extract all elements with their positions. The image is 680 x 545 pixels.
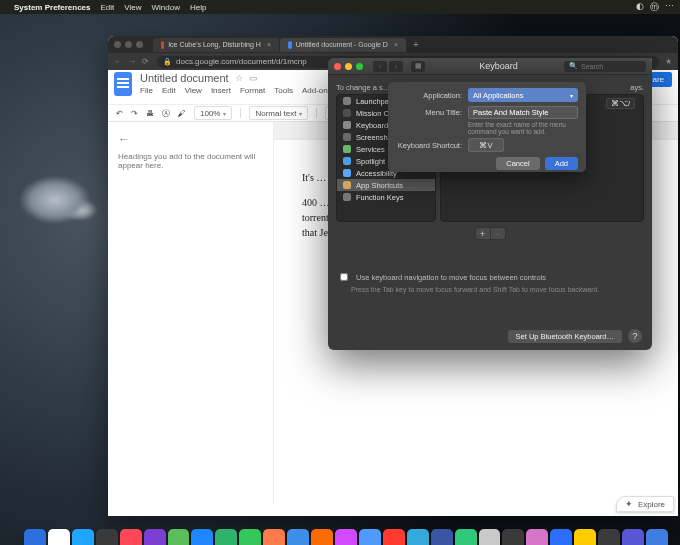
dock-app-icon[interactable] — [526, 529, 548, 545]
dock-app-icon[interactable] — [622, 529, 644, 545]
add-shortcut-button[interactable]: + — [475, 227, 491, 240]
keyboard-nav-checkbox[interactable]: Use keyboard navigation to move focus be… — [336, 270, 644, 284]
doc-title[interactable]: Untitled document — [140, 72, 229, 84]
redo-icon[interactable]: ↷ — [131, 109, 138, 118]
menubar-app-name[interactable]: System Preferences — [14, 3, 91, 12]
back-button[interactable]: ← — [114, 57, 122, 66]
dock-app-icon[interactable] — [287, 529, 309, 545]
dock-app-icon[interactable] — [598, 529, 620, 545]
application-label: Application: — [396, 91, 468, 100]
dock-app-icon[interactable] — [479, 529, 501, 545]
category-icon — [343, 97, 351, 105]
dock-app-icon[interactable] — [383, 529, 405, 545]
undo-icon[interactable]: ↶ — [116, 109, 123, 118]
docs-menu-format[interactable]: Format — [240, 86, 265, 95]
status-icon[interactable]: ◐ — [636, 1, 644, 14]
add-button[interactable]: Add — [545, 157, 578, 170]
dock-app-icon[interactable] — [502, 529, 524, 545]
menubar-edit[interactable]: Edit — [101, 3, 115, 12]
category-label: Spotlight — [356, 157, 385, 166]
menu-title-label: Menu Title: — [396, 108, 468, 117]
zoom-select[interactable]: 100%▾ — [194, 106, 232, 120]
close-tab-icon[interactable]: × — [267, 41, 271, 48]
docs-menu-insert[interactable]: Insert — [211, 86, 231, 95]
menubar-help[interactable]: Help — [190, 3, 206, 12]
dock-app-icon[interactable] — [48, 529, 70, 545]
help-button[interactable]: ? — [628, 329, 642, 343]
dock-app-icon[interactable] — [335, 529, 357, 545]
dock-app-icon[interactable] — [407, 529, 429, 545]
application-select[interactable]: All Applications▾ — [468, 88, 578, 102]
forward-button[interactable]: → — [128, 57, 136, 66]
style-select[interactable]: Normal text▾ — [249, 106, 308, 120]
category-icon — [343, 121, 351, 129]
dock-app-icon[interactable] — [359, 529, 381, 545]
docs-logo-icon[interactable] — [114, 72, 132, 96]
dock-app-icon[interactable] — [311, 529, 333, 545]
menubar-window[interactable]: Window — [152, 3, 180, 12]
print-icon[interactable]: 🖶 — [146, 109, 154, 118]
dock-app-icon[interactable] — [144, 529, 166, 545]
dock-app-icon[interactable] — [120, 529, 142, 545]
category-icon — [343, 193, 351, 201]
checkbox[interactable] — [340, 273, 348, 281]
dock-app-icon[interactable] — [455, 529, 477, 545]
dock-app-icon[interactable] — [215, 529, 237, 545]
docs-menu-view[interactable]: View — [185, 86, 202, 95]
category-icon — [343, 145, 351, 153]
status-icon-m[interactable]: ⓜ — [650, 1, 659, 14]
syspref-search[interactable]: 🔍Search — [564, 61, 646, 72]
category-item[interactable]: App Shortcuts — [337, 179, 435, 191]
paint-format-icon[interactable]: 🖌 — [178, 109, 186, 118]
wallpaper-bird — [0, 140, 120, 260]
nav-back-icon[interactable]: ‹ — [373, 61, 387, 72]
dock-app-icon[interactable] — [24, 529, 46, 545]
dock-app-icon[interactable] — [431, 529, 453, 545]
show-all-icon[interactable]: ▦ — [411, 61, 425, 72]
dock-app-icon[interactable] — [550, 529, 572, 545]
browser-tab[interactable]: Ice Cube's Long, Disturbing H × — [153, 38, 279, 52]
spellcheck-icon[interactable]: Ⓐ — [162, 108, 170, 119]
status-icon-extra[interactable]: ⋯ — [665, 1, 674, 14]
category-icon — [343, 133, 351, 141]
docs-menu-file[interactable]: File — [140, 86, 153, 95]
category-icon — [343, 157, 351, 165]
dock-app-icon[interactable] — [96, 529, 118, 545]
menubar-view[interactable]: View — [124, 3, 141, 12]
docs-menu-tools[interactable]: Tools — [274, 86, 293, 95]
existing-shortcut[interactable]: ⌘⌥/ — [606, 98, 635, 109]
browser-tab-active[interactable]: Untitled document - Google D × — [280, 38, 406, 52]
reload-button[interactable]: ⟳ — [142, 57, 149, 66]
move-doc-icon[interactable]: ▭ — [249, 73, 258, 83]
shortcut-hint: To change a s… — [336, 83, 390, 92]
menu-title-input[interactable] — [468, 106, 578, 119]
window-traffic-lights[interactable] — [334, 63, 363, 70]
dock-app-icon[interactable] — [72, 529, 94, 545]
bookmark-icon[interactable]: ★ — [665, 57, 672, 66]
dock-app-icon[interactable] — [263, 529, 285, 545]
new-tab-button[interactable]: + — [413, 39, 419, 50]
dock-app-icon[interactable] — [191, 529, 213, 545]
dock-app-icon[interactable] — [646, 529, 668, 545]
dock-app-icon[interactable] — [168, 529, 190, 545]
docs-menu-edit[interactable]: Edit — [162, 86, 176, 95]
dock — [22, 527, 670, 545]
keyboard-shortcut-field[interactable]: ⌘V — [468, 138, 504, 152]
dock-app-icon[interactable] — [239, 529, 261, 545]
window-traffic-lights[interactable] — [114, 41, 143, 48]
chrome-tabstrip: Ice Cube's Long, Disturbing H × Untitled… — [108, 36, 678, 53]
shortcut-hint-end: ays. — [630, 83, 644, 92]
category-icon — [343, 109, 351, 117]
explore-button[interactable]: ✦ Explore — [616, 496, 674, 512]
cancel-button[interactable]: Cancel — [496, 157, 539, 170]
nav-forward-icon: › — [389, 61, 403, 72]
outline-back-icon[interactable]: ← — [118, 132, 263, 146]
category-item[interactable]: Function Keys — [337, 191, 435, 203]
close-tab-icon[interactable]: × — [394, 41, 398, 48]
tab-title: Ice Cube's Long, Disturbing H — [168, 41, 261, 48]
star-doc-icon[interactable]: ☆ — [235, 73, 243, 83]
bluetooth-setup-button[interactable]: Set Up Bluetooth Keyboard… — [508, 330, 622, 343]
dock-app-icon[interactable] — [574, 529, 596, 545]
outline-placeholder: Headings you add to the document will ap… — [118, 152, 263, 170]
mac-menubar: System Preferences Edit View Window Help… — [0, 0, 680, 14]
